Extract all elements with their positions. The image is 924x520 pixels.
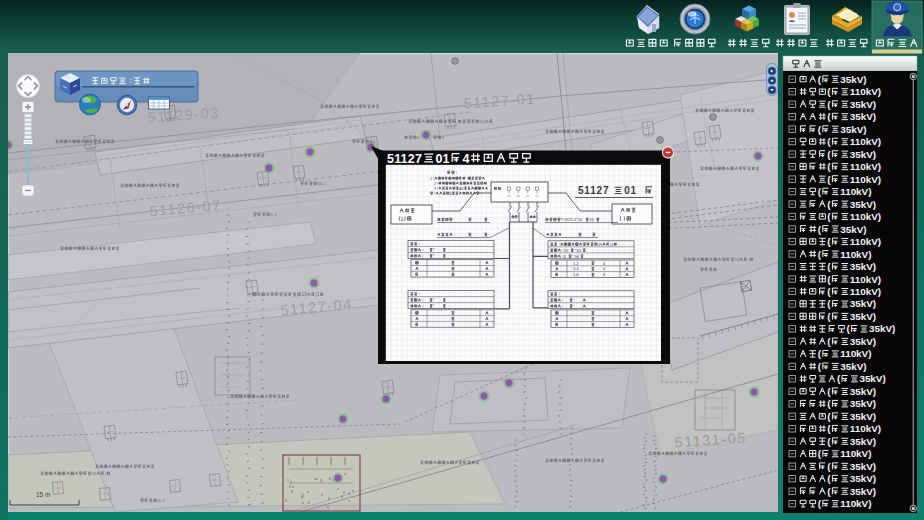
svg-text:3-4: 3-4 (573, 266, 580, 271)
svg-text:35kV): 35kV) (850, 311, 876, 322)
svg-text:* 63: * 63 (574, 248, 582, 253)
svg-text:(: ( (748, 257, 750, 262)
svg-text:20: 20 (480, 119, 485, 124)
svg-text:(1: (1 (316, 292, 320, 297)
svg-text:35kV): 35kV) (840, 224, 866, 235)
svg-text:110kV): 110kV) (840, 186, 871, 197)
svg-text:35kV): 35kV) (850, 436, 876, 447)
svg-text:51127: 51127 (387, 152, 422, 166)
svg-text:35kV): 35kV) (850, 486, 876, 497)
svg-text:3t-2: 3t-2 (157, 498, 165, 503)
svg-text:5-6: 5-6 (573, 272, 580, 277)
svg-text:110kV): 110kV) (850, 236, 881, 247)
svg-text:51126-07: 51126-07 (149, 197, 222, 219)
svg-text:16: 16 (589, 217, 594, 222)
svg-text:110kV): 110kV) (840, 249, 871, 260)
svg-text:3: 3 (434, 187, 436, 191)
svg-text:35kV): 35kV) (850, 336, 876, 347)
svg-text:35kV): 35kV) (850, 298, 876, 309)
svg-text:1: 1 (401, 216, 404, 222)
svg-text:110kV): 110kV) (850, 174, 881, 185)
svg-text:35kV): 35kV) (850, 411, 876, 422)
svg-text:35kV): 35kV) (859, 373, 885, 384)
svg-text:35kV): 35kV) (850, 99, 876, 110)
svg-text:51127: 51127 (578, 185, 609, 196)
svg-text:1: 1 (430, 177, 432, 181)
svg-text:110kV): 110kV) (840, 498, 871, 509)
svg-text:35kV): 35kV) (840, 124, 866, 135)
svg-text:51127-01: 51127-01 (463, 91, 536, 112)
svg-text:YJV22-4*50: YJV22-4*50 (561, 217, 583, 222)
svg-text:35kV): 35kV) (840, 361, 866, 372)
svg-text:* 96: * 96 (572, 254, 580, 259)
svg-text:42: 42 (92, 471, 97, 476)
svg-text:6-1: 6-1 (369, 139, 376, 144)
svg-text:35kV): 35kV) (850, 199, 876, 210)
svg-text:19: 19 (302, 292, 308, 297)
svg-text:4: 4 (462, 152, 469, 166)
svg-text:15 m: 15 m (36, 491, 50, 498)
svg-text:110kV): 110kV) (850, 136, 881, 147)
svg-text:110kV): 110kV) (840, 448, 871, 459)
svg-text:6: 6 (450, 192, 452, 196)
svg-text:35kV): 35kV) (850, 461, 876, 472)
svg-text:25: 25 (564, 248, 569, 253)
svg-text:35kV): 35kV) (850, 398, 876, 409)
svg-text:19: 19 (735, 257, 740, 262)
svg-text:16-1: 16-1 (318, 181, 327, 186)
svg-text:110kV): 110kV) (850, 211, 881, 222)
svg-text:35kV): 35kV) (850, 473, 876, 484)
svg-text:01: 01 (624, 185, 637, 196)
svg-text:19: 19 (598, 242, 603, 247)
svg-text:110kV): 110kV) (850, 161, 881, 172)
svg-text:35kV): 35kV) (850, 386, 876, 397)
svg-text:35kV): 35kV) (850, 111, 876, 122)
svg-text:110kV): 110kV) (850, 286, 881, 297)
svg-text:2: 2 (434, 182, 436, 186)
svg-text:1-2: 1-2 (573, 261, 580, 266)
svg-text:01: 01 (435, 152, 449, 166)
svg-text:4: 4 (417, 135, 420, 140)
svg-text:35kV): 35kV) (850, 149, 876, 160)
svg-text:110kV): 110kV) (840, 348, 871, 359)
svg-text:5-1: 5-1 (271, 212, 278, 217)
svg-text:A5: A5 (459, 187, 464, 191)
svg-text:110kV): 110kV) (850, 274, 881, 285)
svg-text:110kV): 110kV) (850, 423, 881, 434)
svg-text:35kV): 35kV) (850, 261, 876, 272)
svg-text:35kV): 35kV) (840, 74, 866, 85)
svg-text:35kV): 35kV) (869, 323, 895, 334)
svg-text:110kV): 110kV) (850, 86, 881, 97)
